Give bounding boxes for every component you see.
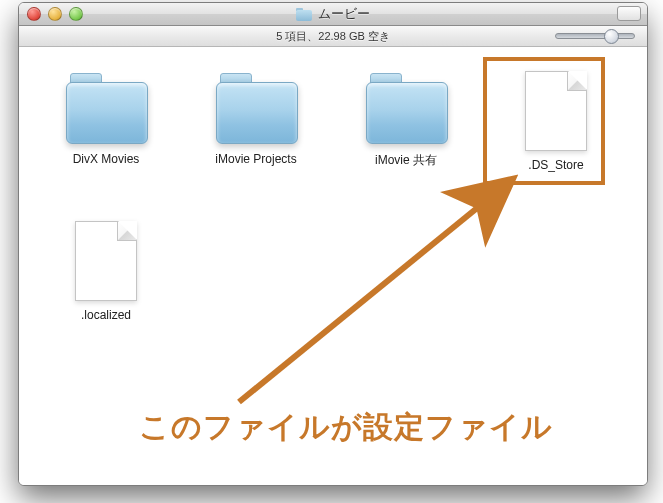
document-icon: [75, 221, 137, 301]
toolbar-toggle-button[interactable]: [617, 6, 641, 21]
icon-size-slider[interactable]: [555, 33, 635, 39]
item-label: DivX Movies: [69, 151, 144, 167]
status-bar: 5 項目、22.98 GB 空き: [19, 26, 647, 47]
item-label: iMovie Projects: [211, 151, 300, 167]
item-localized[interactable]: .localized: [31, 215, 181, 365]
annotation-highlight: [483, 57, 605, 185]
item-divx-movies[interactable]: DivX Movies: [31, 65, 181, 215]
slider-knob[interactable]: [604, 29, 619, 44]
item-imovie-share[interactable]: iMovie 共有: [331, 65, 481, 215]
status-text: 5 項目、22.98 GB 空き: [276, 29, 390, 44]
window-title: ムービー: [296, 5, 370, 23]
folder-icon: [214, 71, 298, 145]
minimize-button[interactable]: [48, 7, 62, 21]
finder-window: ムービー 5 項目、22.98 GB 空き DivX Movies: [18, 2, 648, 486]
zoom-button[interactable]: [69, 7, 83, 21]
item-label: .localized: [77, 307, 135, 323]
item-imovie-projects[interactable]: iMovie Projects: [181, 65, 331, 215]
folder-icon: [64, 71, 148, 145]
title-text: ムービー: [318, 5, 370, 23]
annotation-text: このファイルが設定ファイル: [139, 407, 553, 448]
traffic-lights: [27, 7, 83, 21]
content-area[interactable]: DivX Movies iMovie Projects iMovie 共有: [19, 47, 647, 486]
item-label: iMovie 共有: [371, 151, 441, 170]
proxy-icon[interactable]: [296, 8, 312, 21]
folder-icon: [364, 71, 448, 145]
titlebar[interactable]: ムービー: [19, 3, 647, 26]
close-button[interactable]: [27, 7, 41, 21]
slider-track[interactable]: [555, 33, 635, 39]
